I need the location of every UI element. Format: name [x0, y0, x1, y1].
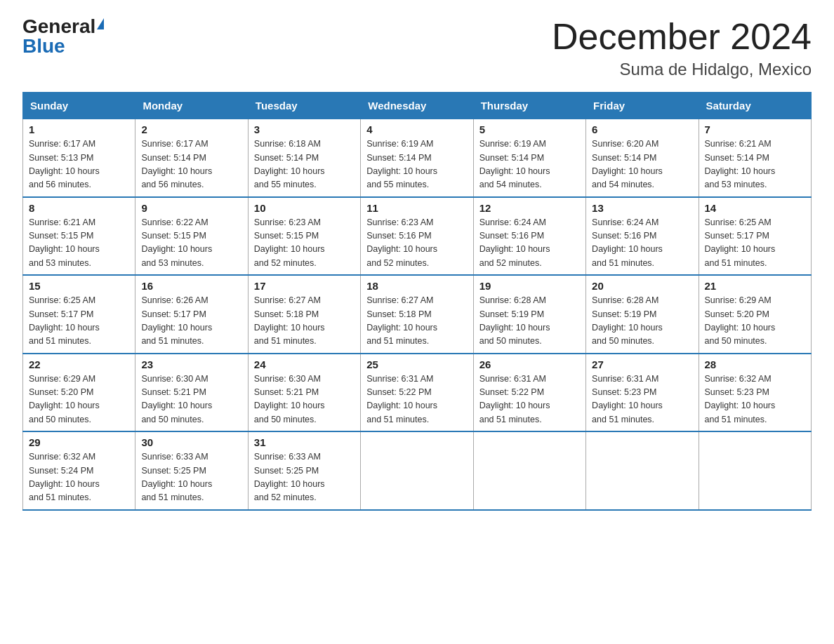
day-number: 24: [254, 358, 355, 370]
calendar-week-5: 29Sunrise: 6:32 AMSunset: 5:24 PMDayligh…: [23, 431, 812, 510]
day-number: 31: [254, 436, 355, 448]
calendar-cell: 30Sunrise: 6:33 AMSunset: 5:25 PMDayligh…: [135, 431, 248, 510]
calendar-cell: 31Sunrise: 6:33 AMSunset: 5:25 PMDayligh…: [248, 431, 360, 510]
day-number: 20: [592, 280, 692, 292]
day-number: 15: [29, 280, 129, 292]
page-header: General Blue December 2024 Suma de Hidal…: [22, 17, 812, 79]
calendar-cell: 22Sunrise: 6:29 AMSunset: 5:20 PMDayligh…: [23, 354, 135, 432]
day-info: Sunrise: 6:24 AMSunset: 5:16 PMDaylight:…: [479, 216, 580, 271]
calendar-title: December 2024: [552, 17, 812, 57]
calendar-cell: 19Sunrise: 6:28 AMSunset: 5:19 PMDayligh…: [473, 275, 585, 354]
header-cell-saturday: Saturday: [699, 93, 811, 119]
calendar-week-3: 15Sunrise: 6:25 AMSunset: 5:17 PMDayligh…: [23, 275, 812, 354]
calendar-subtitle: Suma de Hidalgo, Mexico: [552, 60, 812, 79]
day-info: Sunrise: 6:21 AMSunset: 5:15 PMDaylight:…: [29, 216, 129, 271]
day-info: Sunrise: 6:20 AMSunset: 5:14 PMDaylight:…: [592, 137, 692, 192]
calendar-cell: 5Sunrise: 6:19 AMSunset: 5:14 PMDaylight…: [473, 119, 585, 197]
calendar-cell: 15Sunrise: 6:25 AMSunset: 5:17 PMDayligh…: [23, 275, 135, 354]
day-info: Sunrise: 6:25 AMSunset: 5:17 PMDaylight:…: [705, 216, 805, 271]
day-info: Sunrise: 6:23 AMSunset: 5:15 PMDaylight:…: [254, 216, 355, 271]
day-info: Sunrise: 6:28 AMSunset: 5:19 PMDaylight:…: [592, 294, 692, 349]
day-number: 12: [479, 202, 580, 214]
calendar-cell: 3Sunrise: 6:18 AMSunset: 5:14 PMDaylight…: [248, 119, 360, 197]
day-number: 10: [254, 202, 355, 214]
day-number: 16: [141, 280, 241, 292]
day-info: Sunrise: 6:32 AMSunset: 5:24 PMDaylight:…: [29, 450, 129, 505]
day-number: 18: [366, 280, 467, 292]
day-number: 1: [29, 123, 129, 135]
day-number: 4: [366, 123, 467, 135]
calendar-cell: 25Sunrise: 6:31 AMSunset: 5:22 PMDayligh…: [361, 354, 473, 432]
day-info: Sunrise: 6:17 AMSunset: 5:14 PMDaylight:…: [141, 137, 241, 192]
day-number: 19: [479, 280, 580, 292]
day-number: 3: [254, 123, 355, 135]
day-info: Sunrise: 6:21 AMSunset: 5:14 PMDaylight:…: [705, 137, 805, 192]
day-number: 11: [366, 202, 467, 214]
day-number: 29: [29, 436, 129, 448]
day-info: Sunrise: 6:29 AMSunset: 5:20 PMDaylight:…: [29, 373, 129, 427]
day-info: Sunrise: 6:24 AMSunset: 5:16 PMDaylight:…: [592, 216, 692, 271]
day-number: 25: [366, 358, 467, 370]
day-info: Sunrise: 6:27 AMSunset: 5:18 PMDaylight:…: [254, 294, 355, 349]
calendar-cell: 18Sunrise: 6:27 AMSunset: 5:18 PMDayligh…: [361, 275, 473, 354]
header-cell-tuesday: Tuesday: [248, 93, 360, 119]
day-info: Sunrise: 6:18 AMSunset: 5:14 PMDaylight:…: [254, 137, 355, 192]
calendar-body: 1Sunrise: 6:17 AMSunset: 5:13 PMDaylight…: [23, 119, 812, 510]
day-number: 13: [592, 202, 692, 214]
day-info: Sunrise: 6:28 AMSunset: 5:19 PMDaylight:…: [479, 294, 580, 349]
day-info: Sunrise: 6:17 AMSunset: 5:13 PMDaylight:…: [29, 137, 129, 192]
day-info: Sunrise: 6:29 AMSunset: 5:20 PMDaylight:…: [705, 294, 805, 349]
calendar-cell: 2Sunrise: 6:17 AMSunset: 5:14 PMDaylight…: [135, 119, 248, 197]
calendar-cell: 6Sunrise: 6:20 AMSunset: 5:14 PMDaylight…: [586, 119, 699, 197]
calendar-week-1: 1Sunrise: 6:17 AMSunset: 5:13 PMDaylight…: [23, 119, 812, 197]
logo: General Blue: [22, 17, 104, 56]
day-info: Sunrise: 6:30 AMSunset: 5:21 PMDaylight:…: [141, 373, 241, 427]
day-number: 21: [705, 280, 805, 292]
logo-triangle-icon: [97, 18, 104, 29]
day-number: 7: [705, 123, 805, 135]
day-number: 6: [592, 123, 692, 135]
day-info: Sunrise: 6:26 AMSunset: 5:17 PMDaylight:…: [141, 294, 241, 349]
day-info: Sunrise: 6:31 AMSunset: 5:23 PMDaylight:…: [592, 373, 692, 427]
header-cell-sunday: Sunday: [23, 93, 135, 119]
header-cell-thursday: Thursday: [473, 93, 585, 119]
day-info: Sunrise: 6:32 AMSunset: 5:23 PMDaylight:…: [705, 373, 805, 427]
calendar-cell: 9Sunrise: 6:22 AMSunset: 5:15 PMDaylight…: [135, 197, 248, 276]
day-number: 17: [254, 280, 355, 292]
header-cell-monday: Monday: [135, 93, 248, 119]
calendar-cell: 29Sunrise: 6:32 AMSunset: 5:24 PMDayligh…: [23, 431, 135, 510]
calendar-cell: 27Sunrise: 6:31 AMSunset: 5:23 PMDayligh…: [586, 354, 699, 432]
calendar-cell: 8Sunrise: 6:21 AMSunset: 5:15 PMDaylight…: [23, 197, 135, 276]
calendar-week-2: 8Sunrise: 6:21 AMSunset: 5:15 PMDaylight…: [23, 197, 812, 276]
day-info: Sunrise: 6:19 AMSunset: 5:14 PMDaylight:…: [479, 137, 580, 192]
calendar-cell: 10Sunrise: 6:23 AMSunset: 5:15 PMDayligh…: [248, 197, 360, 276]
day-number: 5: [479, 123, 580, 135]
calendar-cell: 17Sunrise: 6:27 AMSunset: 5:18 PMDayligh…: [248, 275, 360, 354]
calendar-cell: [473, 431, 585, 510]
logo-blue-text: Blue: [22, 36, 65, 56]
day-number: 14: [705, 202, 805, 214]
day-number: 8: [29, 202, 129, 214]
calendar-cell: 14Sunrise: 6:25 AMSunset: 5:17 PMDayligh…: [699, 197, 811, 276]
day-info: Sunrise: 6:33 AMSunset: 5:25 PMDaylight:…: [254, 450, 355, 505]
calendar-cell: [586, 431, 699, 510]
day-number: 2: [141, 123, 241, 135]
calendar-week-4: 22Sunrise: 6:29 AMSunset: 5:20 PMDayligh…: [23, 354, 812, 432]
day-number: 30: [141, 436, 241, 448]
day-number: 22: [29, 358, 129, 370]
day-info: Sunrise: 6:22 AMSunset: 5:15 PMDaylight:…: [141, 216, 241, 271]
day-info: Sunrise: 6:33 AMSunset: 5:25 PMDaylight:…: [141, 450, 241, 505]
calendar-cell: 26Sunrise: 6:31 AMSunset: 5:22 PMDayligh…: [473, 354, 585, 432]
calendar-table: SundayMondayTuesdayWednesdayThursdayFrid…: [22, 92, 812, 511]
calendar-cell: 16Sunrise: 6:26 AMSunset: 5:17 PMDayligh…: [135, 275, 248, 354]
title-block: December 2024 Suma de Hidalgo, Mexico: [552, 17, 812, 79]
calendar-cell: 23Sunrise: 6:30 AMSunset: 5:21 PMDayligh…: [135, 354, 248, 432]
day-number: 27: [592, 358, 692, 370]
calendar-cell: 7Sunrise: 6:21 AMSunset: 5:14 PMDaylight…: [699, 119, 811, 197]
day-info: Sunrise: 6:30 AMSunset: 5:21 PMDaylight:…: [254, 373, 355, 427]
calendar-cell: 24Sunrise: 6:30 AMSunset: 5:21 PMDayligh…: [248, 354, 360, 432]
day-number: 28: [705, 358, 805, 370]
header-row: SundayMondayTuesdayWednesdayThursdayFrid…: [23, 93, 812, 119]
logo-general-text: General: [22, 17, 95, 36]
calendar-cell: 12Sunrise: 6:24 AMSunset: 5:16 PMDayligh…: [473, 197, 585, 276]
